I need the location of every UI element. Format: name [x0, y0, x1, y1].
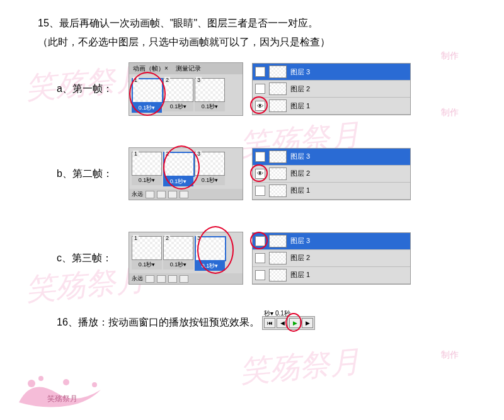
- layer-row-1[interactable]: 图层 1: [253, 183, 410, 200]
- frame-1[interactable]: 1 0.1秒▾: [132, 77, 162, 113]
- row-frame-3: c、第三帧： 1 0.1秒▾ 2 0.1秒▾ 3 0.1秒▾: [57, 232, 466, 285]
- frame-3[interactable]: 3 0.1秒▾: [195, 150, 225, 186]
- visibility-toggle[interactable]: [255, 67, 265, 77]
- layer-name: 图层 1: [290, 186, 310, 195]
- frame-3[interactable]: 3 0.1秒▾: [195, 235, 225, 271]
- tab-measure[interactable]: 测量记录: [172, 63, 205, 74]
- next-frame-button[interactable]: [180, 191, 188, 198]
- frame-2[interactable]: 2 0.1秒▾: [163, 77, 193, 113]
- svg-point-3: [92, 382, 97, 387]
- row-label-c: c、第三帧：: [57, 252, 120, 265]
- frame-time[interactable]: 0.1秒▾: [132, 103, 162, 113]
- frame-time[interactable]: 0.1秒▾: [163, 260, 193, 270]
- layer-row-3[interactable]: 图层 3: [253, 149, 410, 166]
- visibility-toggle[interactable]: [255, 186, 265, 196]
- frame-number: 3: [196, 77, 202, 83]
- svg-text:笑殇祭月: 笑殇祭月: [47, 394, 77, 403]
- row-label-b: b、第二帧：: [57, 167, 120, 181]
- next-frame-button[interactable]: [180, 275, 188, 283]
- playback-controls: 秒▾ 0.1秒 ⏮ ◀ ▶ ▶: [262, 316, 315, 330]
- layer-row-2[interactable]: 图层 2: [253, 250, 410, 267]
- frame-2[interactable]: 2 0.1秒▾: [163, 235, 193, 271]
- frame-2[interactable]: 2 0.1秒▾: [163, 150, 193, 186]
- frame-number: 3: [196, 150, 202, 157]
- first-frame-button[interactable]: [146, 191, 154, 198]
- layer-row-1[interactable]: 👁 图层 1: [253, 98, 410, 115]
- frame-time[interactable]: 0.1秒▾: [132, 176, 162, 185]
- layer-row-2[interactable]: 图层 2: [253, 81, 410, 98]
- layers-panel: 👁 图层 3 图层 2 图层 1: [252, 232, 411, 285]
- frame-number: 1: [133, 77, 139, 83]
- play-button[interactable]: ▶: [289, 318, 301, 328]
- frame-number: 2: [164, 77, 170, 83]
- layer-thumb: [269, 167, 287, 180]
- row-label-a: a、第一帧：: [57, 82, 120, 96]
- animation-panel: 1 0.1秒▾ 2 0.1秒▾ 3 0.1秒▾ 永远: [129, 232, 243, 285]
- layer-row-3[interactable]: 图层 3: [253, 64, 410, 81]
- row-frame-1: a、第一帧： 动画（帧）× 测量记录 1 0.1秒▾ 2 0.1秒▾ 3: [57, 62, 466, 116]
- layers-panel: 图层 3 图层 2 👁 图层 1: [252, 63, 411, 115]
- layer-row-3[interactable]: 👁 图层 3: [253, 233, 410, 250]
- decorative-flourish-icon: 笑殇祭月: [6, 371, 120, 415]
- visibility-toggle[interactable]: [255, 270, 265, 280]
- frame-time[interactable]: 0.1秒▾: [195, 176, 225, 185]
- frame-3[interactable]: 3 0.1秒▾: [195, 77, 225, 113]
- step-16-text: 16、播放：按动画窗口的播放按钮预览效果。: [57, 317, 260, 327]
- svg-point-1: [38, 376, 43, 381]
- first-frame-button[interactable]: [146, 275, 154, 283]
- layer-thumb: [269, 269, 287, 281]
- layer-thumb: [269, 184, 287, 197]
- layer-name: 图层 2: [290, 169, 310, 178]
- layer-thumb: [269, 235, 287, 247]
- frame-number: 3: [196, 235, 202, 241]
- svg-point-2: [63, 379, 69, 385]
- layer-thumb: [269, 82, 287, 95]
- visibility-toggle[interactable]: [255, 253, 265, 263]
- next-frame-button[interactable]: ▶: [302, 318, 313, 328]
- layer-thumb: [269, 99, 287, 112]
- prev-frame-button[interactable]: [157, 275, 166, 283]
- visibility-toggle[interactable]: [255, 84, 265, 94]
- visibility-toggle[interactable]: 👁: [255, 101, 265, 111]
- frame-number: 2: [164, 235, 170, 241]
- layer-row-2[interactable]: 👁 图层 2: [253, 166, 410, 183]
- layer-name: 图层 3: [290, 152, 310, 161]
- layer-thumb: [269, 150, 287, 163]
- row-frame-2: b、第二帧： 1 0.1秒▾ 2 0.1秒▾ 3 0.1秒▾: [57, 147, 466, 200]
- layer-name: 图层 3: [290, 67, 310, 77]
- layer-name: 图层 1: [290, 101, 310, 111]
- visibility-toggle[interactable]: 👁: [255, 236, 265, 246]
- step-15-line2: （此时，不必选中图层，只选中动画帧就可以了，因为只是检查）: [38, 34, 466, 50]
- frame-1[interactable]: 1 0.1秒▾: [132, 150, 162, 186]
- layer-name: 图层 1: [290, 270, 310, 280]
- step-15-line1: 15、最后再确认一次动画帧、"眼睛"、图层三者是否一一对应。: [38, 15, 466, 31]
- step-16: 16、播放：按动画窗口的播放按钮预览效果。 秒▾ 0.1秒 ⏮ ◀ ▶ ▶: [38, 316, 466, 330]
- frame-time[interactable]: 0.1秒▾: [132, 260, 162, 270]
- visibility-toggle[interactable]: 👁: [255, 169, 265, 179]
- play-button[interactable]: [168, 191, 177, 198]
- prev-frame-button[interactable]: ◀: [277, 318, 288, 328]
- layer-name: 图层 3: [290, 236, 310, 246]
- loop-forever[interactable]: 永远: [132, 275, 143, 283]
- frame-number: 1: [133, 235, 139, 241]
- watermark-small: 制作: [441, 349, 459, 361]
- frame-1[interactable]: 1 0.1秒▾: [132, 235, 162, 271]
- watermark: 笑殇祭月: [238, 341, 362, 392]
- play-button[interactable]: [168, 275, 177, 283]
- layer-name: 图层 2: [290, 84, 310, 94]
- frame-time[interactable]: 0.1秒▾: [195, 261, 225, 271]
- frame-time[interactable]: 0.1秒▾: [195, 102, 225, 111]
- frame-time[interactable]: 0.1秒▾: [163, 102, 193, 111]
- first-frame-button[interactable]: ⏮: [264, 318, 275, 328]
- layer-row-1[interactable]: 图层 1: [253, 267, 410, 284]
- loop-forever[interactable]: 永远: [132, 190, 143, 198]
- layer-thumb: [269, 65, 287, 78]
- frame-time[interactable]: 0.1秒▾: [163, 177, 193, 186]
- time-label: 秒▾ 0.1秒: [264, 309, 290, 318]
- frame-number: 2: [164, 150, 170, 157]
- visibility-toggle[interactable]: [255, 152, 265, 162]
- prev-frame-button[interactable]: [157, 191, 166, 198]
- layer-thumb: [269, 252, 287, 264]
- layer-name: 图层 2: [290, 253, 310, 263]
- tab-animation[interactable]: 动画（帧）×: [129, 63, 172, 74]
